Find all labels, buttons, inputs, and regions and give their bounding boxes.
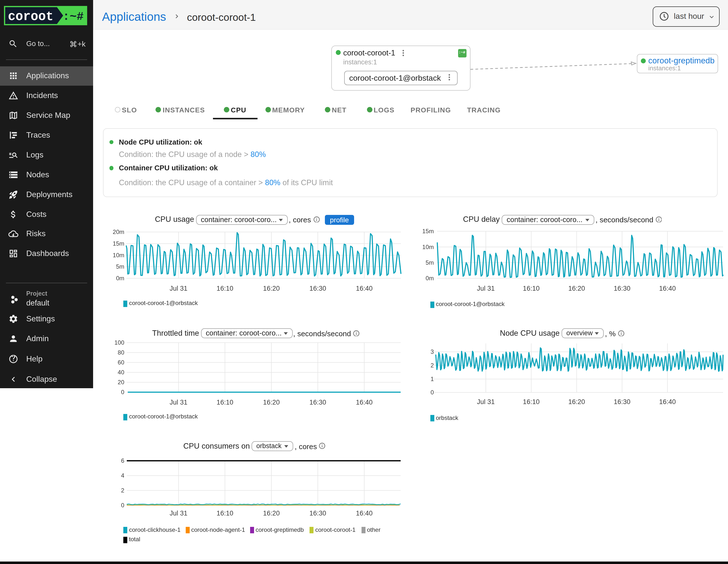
svg-text:4: 4	[121, 472, 124, 479]
svg-text:16:10: 16:10	[217, 510, 234, 517]
svg-text:16:30: 16:30	[614, 398, 630, 406]
svg-text:0m: 0m	[426, 275, 434, 282]
svg-text:16:30: 16:30	[310, 510, 326, 517]
svg-text:16:40: 16:40	[356, 399, 373, 406]
svg-text:10m: 10m	[422, 244, 434, 250]
svg-text:2: 2	[121, 487, 124, 494]
svg-text:16:10: 16:10	[217, 285, 234, 292]
svg-text:16:20: 16:20	[263, 285, 280, 292]
svg-text:20: 20	[118, 379, 124, 385]
svg-text:16:20: 16:20	[263, 510, 280, 517]
svg-text:16:20: 16:20	[568, 285, 585, 292]
svg-text:0: 0	[431, 389, 434, 396]
svg-text:0m: 0m	[116, 275, 124, 282]
svg-text:3: 3	[431, 348, 434, 355]
svg-text:5m: 5m	[426, 259, 434, 266]
svg-text:16:10: 16:10	[523, 398, 540, 406]
svg-text:16:40: 16:40	[356, 510, 373, 517]
svg-text:16:40: 16:40	[356, 285, 373, 292]
svg-text:6: 6	[121, 457, 124, 464]
svg-text:0: 0	[121, 502, 124, 509]
svg-text:Jul 31: Jul 31	[170, 399, 187, 406]
svg-text:2: 2	[431, 362, 434, 369]
svg-text:16:30: 16:30	[310, 285, 326, 292]
svg-text:16:40: 16:40	[659, 285, 676, 292]
svg-text:20m: 20m	[113, 229, 124, 235]
svg-text:16:20: 16:20	[263, 399, 280, 406]
svg-text:60: 60	[118, 359, 124, 366]
svg-text:16:40: 16:40	[659, 398, 676, 406]
svg-text:Jul 31: Jul 31	[477, 398, 495, 406]
svg-text:5m: 5m	[116, 263, 124, 270]
svg-text:1: 1	[431, 376, 434, 382]
svg-text::~#: :~#	[63, 10, 84, 23]
svg-text:16:30: 16:30	[310, 399, 326, 406]
svg-text:Jul 31: Jul 31	[477, 285, 495, 292]
svg-text:15m: 15m	[113, 240, 124, 247]
svg-text:16:10: 16:10	[523, 285, 540, 292]
svg-text:15m: 15m	[422, 228, 434, 234]
svg-text:80: 80	[118, 349, 124, 356]
svg-text:100: 100	[114, 339, 124, 346]
svg-text:Jul 31: Jul 31	[170, 510, 187, 517]
svg-text:16:30: 16:30	[614, 285, 630, 292]
svg-text:0: 0	[121, 389, 124, 395]
svg-text:40: 40	[118, 369, 124, 376]
svg-text:Jul 31: Jul 31	[170, 285, 187, 292]
svg-text:coroot: coroot	[8, 10, 53, 24]
svg-text:10m: 10m	[113, 252, 124, 258]
svg-text:16:20: 16:20	[568, 398, 585, 406]
svg-text:16:10: 16:10	[217, 399, 234, 406]
